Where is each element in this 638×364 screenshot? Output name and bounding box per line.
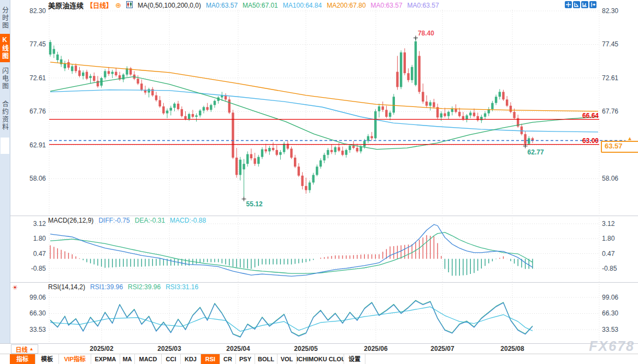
- ma-values: MA(0,50,100,200,0,0)MA0:63.57MA50:67.01M…: [138, 2, 439, 9]
- sidebar: 分时图K线图闪电图合约资料: [0, 0, 10, 344]
- price-up-arrow-icon: ▲: [627, 135, 633, 141]
- tab-BOLL[interactable]: BOLL: [255, 354, 277, 364]
- candle-chart-icon[interactable]: [126, 1, 133, 10]
- value-chip: MA(0,50,100,200,0,0): [138, 2, 201, 9]
- add-indicator-icon[interactable]: ⊕: [115, 1, 121, 9]
- value-chip: RSI1:39.96: [90, 283, 123, 291]
- tab-ICHIMOKU CLOUD[interactable]: ICHIMOKU CLOUD: [297, 354, 344, 364]
- value-chip: MA200:67.80: [327, 2, 365, 9]
- high-annotation: 78.40: [418, 29, 434, 37]
- tab-指标[interactable]: 指标: [10, 354, 36, 364]
- rsi-values: RSI1:39.96RSI2:39.96RSI3:31.16: [90, 283, 198, 291]
- axis-label: 72.61: [602, 75, 618, 82]
- indicator-tab-bar: 指标模板VIP指标EXPMAMAMACDCCIKDJRSICRPSYBOLLVO…: [0, 354, 638, 364]
- value-chip: MACD:-0.88: [170, 217, 206, 224]
- tab-PSY[interactable]: PSY: [236, 354, 255, 364]
- axis-label: 62.91: [12, 142, 46, 149]
- macd-values: DIFF:-0.75DEA:-0.31MACD:-0.88: [98, 217, 206, 224]
- watermark: FX678: [589, 338, 635, 354]
- shift-right-icon[interactable]: [589, 1, 596, 8]
- sidebar-blank-box: [1, 138, 9, 154]
- value-chip: DEA:-0.31: [135, 217, 165, 224]
- axis-label: 0.47: [602, 250, 615, 258]
- axis-scale-icon[interactable]: [581, 1, 588, 8]
- axis-label: 72.61: [12, 75, 46, 82]
- axis-label: -0.85: [12, 265, 46, 272]
- panel-divider: [10, 216, 638, 216]
- date-label: 2025/03: [152, 345, 187, 353]
- axis-label: 33.53: [602, 326, 618, 333]
- tab-设置[interactable]: 设置: [344, 354, 365, 364]
- value-chip: RSI3:31.16: [166, 283, 198, 291]
- macd-panel-header: MACD(26,12,9) DIFF:-0.75DEA:-0.31MACD:-0…: [48, 217, 206, 224]
- axis-label: 58.06: [602, 175, 618, 182]
- main-chart-header: 美原油连续 【日线】 ⊕ MA(0,50,100,200,0,0)MA0:63.…: [48, 1, 439, 9]
- date-label: 2025/02: [84, 345, 119, 353]
- axis-label: 66.30: [12, 310, 46, 317]
- app-root: 分时图K线图闪电图合约资料 美原油连续 【日线】 ⊕ MA(0,50,100,2…: [0, 0, 638, 364]
- tab-CR[interactable]: CR: [220, 354, 236, 364]
- sidebar-item-合约资料[interactable]: 合约资料: [0, 95, 10, 136]
- axis-label: 77.45: [602, 41, 618, 48]
- axis-label: 99.06: [602, 294, 618, 301]
- axis-zoom-icon[interactable]: [573, 1, 580, 8]
- axis-label: 1.80: [12, 235, 46, 242]
- tab-EXPMA[interactable]: EXPMA: [91, 354, 120, 364]
- tab-CCI[interactable]: CCI: [162, 354, 181, 364]
- value-chip: MA50:67.01: [243, 2, 278, 9]
- value-chip: MA0:63.57: [371, 2, 403, 9]
- last-price-box: 63.57: [601, 141, 638, 153]
- value-chip: DIFF:-0.75: [98, 217, 129, 224]
- period-up-arrow-icon: ▲: [29, 347, 34, 351]
- axis-label: 82.30: [12, 8, 46, 15]
- indicator-settings-icon[interactable]: ☀: [12, 284, 18, 291]
- axis-label: 1.80: [602, 235, 615, 242]
- resistance-label: 66.64: [566, 112, 599, 120]
- chart-canvas[interactable]: [0, 0, 638, 364]
- axis-label: 0.47: [12, 250, 46, 258]
- recent-low-annotation: 62.77: [528, 148, 544, 156]
- axis-label: 3.12: [602, 220, 615, 228]
- date-label: 2025/07: [425, 345, 460, 353]
- axis-label: 58.06: [12, 175, 46, 182]
- axis-label: 66.30: [602, 310, 618, 317]
- sidebar-item-分时图[interactable]: 分时图: [0, 3, 10, 33]
- date-label: 2025/08: [495, 345, 530, 353]
- axis-label: -0.85: [602, 265, 617, 272]
- date-label: 2025/04: [221, 345, 256, 353]
- period-label: 日线: [16, 345, 28, 354]
- date-label: 2025/05: [288, 345, 323, 353]
- axis-label: 67.76: [602, 108, 618, 115]
- tab-RSI[interactable]: RSI: [201, 354, 220, 364]
- toolbar-icons: [565, 1, 596, 8]
- tab-MACD[interactable]: MACD: [135, 354, 162, 364]
- value-chip: MA0:63.57: [407, 2, 439, 9]
- last-price-value: 63.57: [605, 142, 623, 150]
- tab-模板[interactable]: 模板: [36, 354, 59, 364]
- axis-label: 77.45: [12, 41, 46, 48]
- axis-label: 67.76: [12, 108, 46, 115]
- tab-MA[interactable]: MA: [120, 354, 135, 364]
- axis-label: 33.53: [12, 326, 46, 333]
- move-icon[interactable]: [565, 1, 572, 8]
- date-label: 2025/06: [358, 345, 393, 353]
- sidebar-item-闪电图[interactable]: 闪电图: [0, 63, 10, 94]
- symbol-title: 美原油连续: [48, 0, 84, 10]
- period-tag[interactable]: 【日线】: [86, 1, 113, 10]
- rsi-panel-header: RSI(14,14,2) RSI1:39.96RSI2:39.96RSI3:31…: [48, 283, 198, 291]
- value-chip: MA100:64.84: [283, 2, 322, 9]
- axis-label: 82.30: [602, 8, 618, 15]
- low-annotation: 55.12: [246, 200, 263, 208]
- axis-label: 99.06: [12, 294, 46, 301]
- tab-VIP指标[interactable]: VIP指标: [59, 354, 91, 364]
- rsi-title: RSI(14,14,2): [48, 283, 85, 291]
- value-chip: RSI2:39.96: [128, 283, 161, 291]
- tab-KDJ[interactable]: KDJ: [181, 354, 201, 364]
- value-chip: MA0:63.57: [206, 2, 238, 9]
- date-axis: 日线 ▲ 2025/022025/032025/042025/052025/06…: [0, 344, 638, 354]
- support-label: 63.00: [566, 137, 599, 145]
- tab-VOL[interactable]: VOL: [277, 354, 297, 364]
- macd-title: MACD(26,12,9): [48, 217, 93, 224]
- period-selector[interactable]: 日线 ▲: [11, 344, 38, 354]
- sidebar-item-K线图[interactable]: K线图: [0, 34, 10, 62]
